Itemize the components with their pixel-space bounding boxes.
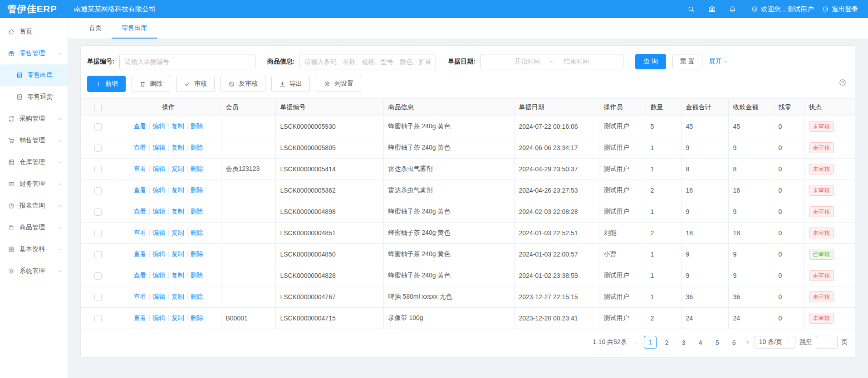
tab-home[interactable]: 首页 (79, 18, 112, 39)
tab-retail-outbound[interactable]: 零售出库 (112, 18, 157, 39)
company-name: 南通某某网络科技有限公司 (74, 5, 156, 14)
delete-link[interactable]: 删除 (190, 314, 203, 321)
sidebar-item-purchase-mgmt[interactable]: 采购管理 (0, 108, 68, 130)
view-link[interactable]: 查看 (134, 250, 147, 257)
sidebar-item-basic-data[interactable]: 基本资料 (0, 238, 68, 260)
cell-operator: 测试用户 (599, 159, 646, 180)
view-link[interactable]: 查看 (134, 229, 147, 236)
edit-link[interactable]: 编辑 (152, 144, 165, 151)
row-checkbox[interactable] (94, 123, 102, 131)
view-link[interactable]: 查看 (134, 122, 147, 130)
row-checkbox[interactable] (94, 145, 102, 152)
edit-link[interactable]: 编辑 (152, 293, 165, 300)
edit-link[interactable]: 编辑 (152, 122, 165, 130)
copy-link[interactable]: 复制 (172, 122, 184, 130)
page-size-value: 10 条/页 (759, 338, 782, 346)
row-checkbox[interactable] (94, 230, 102, 237)
audit-button[interactable]: 审核 (176, 76, 215, 92)
page-number-6[interactable]: 6 (728, 336, 740, 349)
sidebar-item-goods-mgmt[interactable]: 商品管理 (0, 217, 68, 238)
view-link[interactable]: 查看 (134, 314, 147, 321)
sidebar-item-retail-mgmt[interactable]: 零售管理 (0, 43, 68, 64)
row-checkbox[interactable] (94, 315, 102, 322)
row-checkbox[interactable] (94, 294, 102, 301)
delete-button[interactable]: 删除 (132, 76, 170, 92)
add-button[interactable]: 新增 (87, 76, 126, 92)
delete-link[interactable]: 删除 (190, 186, 203, 194)
copy-link[interactable]: 复制 (172, 293, 184, 300)
delete-link[interactable]: 删除 (190, 122, 203, 130)
view-link[interactable]: 查看 (134, 208, 147, 215)
sidebar-item-finance-mgmt[interactable]: 财务管理 (0, 173, 68, 195)
reset-button[interactable]: 重 置 (672, 54, 702, 69)
delete-link[interactable]: 删除 (190, 293, 203, 300)
sidebar-item-retail-outbound[interactable]: 零售出库 (0, 64, 68, 86)
view-link[interactable]: 查看 (134, 186, 147, 194)
edit-link[interactable]: 编辑 (152, 165, 165, 172)
user-menu[interactable]: 欢迎您，测试用户 (751, 5, 814, 14)
row-checkbox[interactable] (94, 208, 102, 216)
edit-link[interactable]: 编辑 (152, 271, 165, 279)
sidebar-item-retail-return[interactable]: 零售退货 (0, 86, 68, 108)
jump-input[interactable] (816, 336, 838, 349)
sidebar-item-report-query[interactable]: 报表查询 (0, 195, 68, 217)
row-checkbox[interactable] (94, 272, 102, 280)
view-link[interactable]: 查看 (134, 271, 147, 279)
bill-no-input[interactable] (119, 54, 255, 69)
delete-link[interactable]: 删除 (190, 165, 203, 172)
expand-link[interactable]: 展开 (709, 58, 728, 66)
view-link[interactable]: 查看 (134, 144, 147, 151)
column-settings-button[interactable]: 列设置 (316, 76, 361, 92)
edit-link[interactable]: 编辑 (152, 250, 165, 257)
copy-link[interactable]: 复制 (172, 144, 184, 151)
page-number-1[interactable]: 1 (644, 336, 657, 349)
next-page-icon[interactable] (745, 339, 750, 345)
page-number-5[interactable]: 5 (711, 336, 724, 349)
unaudit-button[interactable]: 反审核 (221, 76, 265, 92)
copy-link[interactable]: 复制 (172, 229, 184, 236)
cell-actions: 查看|编辑|复制|删除 (116, 137, 221, 159)
row-checkbox[interactable] (94, 187, 102, 194)
export-button[interactable]: 导出 (271, 76, 310, 92)
edit-link[interactable]: 编辑 (152, 229, 165, 236)
cell-date: 2024-01-02 23:38:59 (514, 265, 599, 286)
copy-link[interactable]: 复制 (172, 165, 184, 172)
sidebar-item-warehouse-mgmt[interactable]: 仓库管理 (0, 151, 68, 173)
help-icon[interactable] (839, 78, 847, 87)
sidebar-item-system-mgmt[interactable]: 系统管理 (0, 260, 68, 282)
copy-link[interactable]: 复制 (172, 208, 184, 215)
row-checkbox[interactable] (94, 166, 102, 173)
date-range-picker[interactable]: 开始时间 ~ 结束时间 (480, 54, 623, 69)
delete-link[interactable]: 删除 (190, 250, 203, 257)
page-number-2[interactable]: 2 (661, 336, 673, 349)
copy-link[interactable]: 复制 (172, 271, 184, 279)
sidebar-item-home[interactable]: 首页 (0, 21, 68, 43)
copy-link[interactable]: 复制 (172, 250, 184, 257)
page-number-4[interactable]: 4 (694, 336, 707, 349)
page-size-select[interactable]: 10 条/页 (755, 336, 795, 349)
edit-link[interactable]: 编辑 (152, 314, 165, 321)
view-link[interactable]: 查看 (134, 165, 147, 172)
page-number-3[interactable]: 3 (677, 336, 690, 349)
edit-link[interactable]: 编辑 (152, 208, 165, 215)
delete-link[interactable]: 删除 (190, 229, 203, 236)
filter-bill-no: 单据编号: (87, 54, 255, 69)
sidebar-item-sales-mgmt[interactable]: 销售管理 (0, 130, 68, 151)
prev-page-icon[interactable] (634, 339, 640, 345)
copy-link[interactable]: 复制 (172, 186, 184, 194)
logout-button[interactable]: 退出登录 (822, 5, 858, 14)
cell-member (221, 180, 275, 201)
copy-link[interactable]: 复制 (172, 314, 184, 321)
select-all-checkbox[interactable] (94, 104, 102, 111)
bell-icon[interactable] (722, 5, 743, 13)
search-icon[interactable] (681, 5, 701, 13)
row-checkbox[interactable] (94, 251, 102, 258)
search-button[interactable]: 查 询 (635, 54, 666, 69)
delete-link[interactable]: 删除 (190, 144, 203, 151)
goods-input[interactable] (299, 54, 436, 69)
view-link[interactable]: 查看 (134, 293, 147, 300)
delete-link[interactable]: 删除 (190, 271, 203, 279)
delete-link[interactable]: 删除 (190, 208, 203, 215)
platform-icon[interactable] (701, 5, 722, 13)
edit-link[interactable]: 编辑 (152, 186, 165, 194)
